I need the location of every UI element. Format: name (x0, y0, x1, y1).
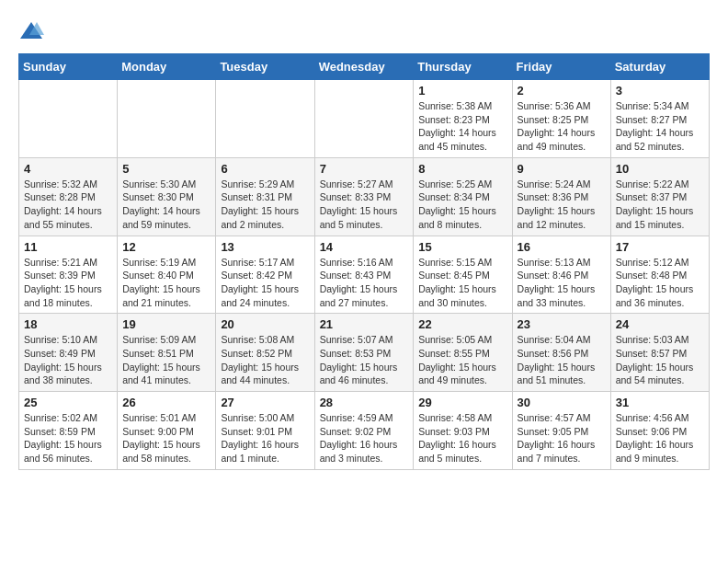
calendar-cell: 16Sunrise: 5:13 AM Sunset: 8:46 PM Dayli… (512, 236, 610, 314)
day-header-saturday: Saturday (610, 54, 709, 80)
calendar-cell: 15Sunrise: 5:15 AM Sunset: 8:45 PM Dayli… (414, 236, 512, 314)
calendar-cell: 2Sunrise: 5:36 AM Sunset: 8:25 PM Daylig… (512, 80, 610, 158)
day-info: Sunrise: 5:00 AM Sunset: 9:01 PM Dayligh… (221, 411, 309, 465)
calendar-cell: 19Sunrise: 5:09 AM Sunset: 8:51 PM Dayli… (118, 314, 216, 392)
day-number: 20 (221, 317, 309, 331)
calendar-cell: 28Sunrise: 4:59 AM Sunset: 9:02 PM Dayli… (314, 392, 414, 470)
day-info: Sunrise: 5:21 AM Sunset: 8:39 PM Dayligh… (24, 256, 112, 310)
logo-icon (18, 18, 44, 44)
day-info: Sunrise: 5:01 AM Sunset: 9:00 PM Dayligh… (122, 411, 210, 465)
day-number: 28 (320, 396, 409, 409)
calendar-week-row: 25Sunrise: 5:02 AM Sunset: 8:59 PM Dayli… (19, 392, 710, 470)
day-info: Sunrise: 5:09 AM Sunset: 8:51 PM Dayligh… (122, 333, 210, 387)
calendar-cell (314, 80, 414, 158)
day-header-sunday: Sunday (19, 54, 118, 80)
calendar-cell: 4Sunrise: 5:32 AM Sunset: 8:28 PM Daylig… (19, 157, 118, 236)
day-number: 14 (320, 240, 409, 254)
calendar-cell: 30Sunrise: 4:57 AM Sunset: 9:05 PM Dayli… (512, 392, 610, 470)
day-number: 24 (616, 317, 704, 331)
calendar-cell: 12Sunrise: 5:19 AM Sunset: 8:40 PM Dayli… (118, 236, 216, 314)
day-number: 25 (24, 396, 112, 409)
calendar-cell: 29Sunrise: 4:58 AM Sunset: 9:03 PM Dayli… (414, 392, 512, 470)
calendar-cell: 7Sunrise: 5:27 AM Sunset: 8:33 PM Daylig… (314, 157, 414, 236)
day-info: Sunrise: 4:58 AM Sunset: 9:03 PM Dayligh… (418, 411, 506, 465)
calendar-header-row: SundayMondayTuesdayWednesdayThursdayFrid… (19, 54, 710, 80)
day-number: 5 (122, 162, 210, 176)
day-info: Sunrise: 5:19 AM Sunset: 8:40 PM Dayligh… (122, 256, 210, 310)
day-number: 22 (418, 317, 506, 331)
calendar-cell: 18Sunrise: 5:10 AM Sunset: 8:49 PM Dayli… (19, 314, 118, 392)
calendar-week-row: 1Sunrise: 5:38 AM Sunset: 8:23 PM Daylig… (19, 80, 710, 158)
day-number: 3 (616, 84, 704, 98)
day-info: Sunrise: 5:30 AM Sunset: 8:30 PM Dayligh… (122, 178, 210, 232)
calendar-cell: 25Sunrise: 5:02 AM Sunset: 8:59 PM Dayli… (19, 392, 118, 470)
calendar-cell: 1Sunrise: 5:38 AM Sunset: 8:23 PM Daylig… (414, 80, 512, 158)
calendar-table: SundayMondayTuesdayWednesdayThursdayFrid… (18, 53, 710, 470)
day-info: Sunrise: 5:03 AM Sunset: 8:57 PM Dayligh… (616, 333, 704, 387)
calendar-cell: 22Sunrise: 5:05 AM Sunset: 8:55 PM Dayli… (414, 314, 512, 392)
calendar-week-row: 18Sunrise: 5:10 AM Sunset: 8:49 PM Dayli… (19, 314, 710, 392)
day-info: Sunrise: 5:32 AM Sunset: 8:28 PM Dayligh… (24, 178, 112, 232)
day-number: 13 (221, 240, 309, 254)
calendar-cell: 17Sunrise: 5:12 AM Sunset: 8:48 PM Dayli… (610, 236, 709, 314)
day-header-tuesday: Tuesday (216, 54, 314, 80)
day-info: Sunrise: 5:16 AM Sunset: 8:43 PM Dayligh… (320, 256, 409, 310)
calendar-cell: 9Sunrise: 5:24 AM Sunset: 8:36 PM Daylig… (512, 157, 610, 236)
day-number: 10 (616, 162, 704, 176)
calendar-cell: 24Sunrise: 5:03 AM Sunset: 8:57 PM Dayli… (610, 314, 709, 392)
day-number: 7 (320, 162, 409, 176)
day-number: 4 (24, 162, 112, 176)
page-header (18, 18, 710, 44)
calendar-cell: 23Sunrise: 5:04 AM Sunset: 8:56 PM Dayli… (512, 314, 610, 392)
day-number: 12 (122, 240, 210, 254)
calendar-cell (118, 80, 216, 158)
calendar-cell: 27Sunrise: 5:00 AM Sunset: 9:01 PM Dayli… (216, 392, 314, 470)
day-number: 15 (418, 240, 506, 254)
day-number: 9 (518, 162, 606, 176)
day-info: Sunrise: 5:38 AM Sunset: 8:23 PM Dayligh… (418, 99, 506, 154)
day-info: Sunrise: 5:02 AM Sunset: 8:59 PM Dayligh… (24, 411, 112, 465)
calendar-week-row: 4Sunrise: 5:32 AM Sunset: 8:28 PM Daylig… (19, 157, 710, 236)
day-info: Sunrise: 5:36 AM Sunset: 8:25 PM Dayligh… (518, 99, 606, 154)
day-number: 1 (418, 84, 506, 98)
calendar-cell: 11Sunrise: 5:21 AM Sunset: 8:39 PM Dayli… (19, 236, 118, 314)
day-header-monday: Monday (118, 54, 216, 80)
calendar-week-row: 11Sunrise: 5:21 AM Sunset: 8:39 PM Dayli… (19, 236, 710, 314)
calendar-cell: 21Sunrise: 5:07 AM Sunset: 8:53 PM Dayli… (314, 314, 414, 392)
day-number: 30 (518, 396, 606, 409)
day-header-wednesday: Wednesday (314, 54, 414, 80)
calendar-cell: 8Sunrise: 5:25 AM Sunset: 8:34 PM Daylig… (414, 157, 512, 236)
calendar-cell: 5Sunrise: 5:30 AM Sunset: 8:30 PM Daylig… (118, 157, 216, 236)
day-number: 21 (320, 317, 409, 331)
day-info: Sunrise: 5:22 AM Sunset: 8:37 PM Dayligh… (616, 178, 704, 232)
day-number: 23 (518, 317, 606, 331)
day-header-thursday: Thursday (414, 54, 512, 80)
day-info: Sunrise: 5:08 AM Sunset: 8:52 PM Dayligh… (221, 333, 309, 387)
day-number: 31 (616, 396, 704, 409)
day-number: 16 (518, 240, 606, 254)
day-info: Sunrise: 5:34 AM Sunset: 8:27 PM Dayligh… (616, 99, 704, 154)
calendar-cell: 31Sunrise: 4:56 AM Sunset: 9:06 PM Dayli… (610, 392, 709, 470)
day-number: 19 (122, 317, 210, 331)
day-number: 2 (518, 84, 606, 98)
day-number: 18 (24, 317, 112, 331)
day-info: Sunrise: 5:29 AM Sunset: 8:31 PM Dayligh… (221, 178, 309, 232)
day-number: 17 (616, 240, 704, 254)
day-info: Sunrise: 4:59 AM Sunset: 9:02 PM Dayligh… (320, 411, 409, 465)
day-info: Sunrise: 5:17 AM Sunset: 8:42 PM Dayligh… (221, 256, 309, 310)
day-number: 6 (221, 162, 309, 176)
calendar-cell: 10Sunrise: 5:22 AM Sunset: 8:37 PM Dayli… (610, 157, 709, 236)
day-number: 11 (24, 240, 112, 254)
day-info: Sunrise: 5:12 AM Sunset: 8:48 PM Dayligh… (616, 256, 704, 310)
logo (18, 18, 48, 44)
day-info: Sunrise: 5:07 AM Sunset: 8:53 PM Dayligh… (320, 333, 409, 387)
day-info: Sunrise: 4:57 AM Sunset: 9:05 PM Dayligh… (518, 411, 606, 465)
day-header-friday: Friday (512, 54, 610, 80)
day-number: 8 (418, 162, 506, 176)
calendar-cell (216, 80, 314, 158)
calendar-cell: 3Sunrise: 5:34 AM Sunset: 8:27 PM Daylig… (610, 80, 709, 158)
day-info: Sunrise: 5:04 AM Sunset: 8:56 PM Dayligh… (518, 333, 606, 387)
day-info: Sunrise: 5:10 AM Sunset: 8:49 PM Dayligh… (24, 333, 112, 387)
calendar-cell: 26Sunrise: 5:01 AM Sunset: 9:00 PM Dayli… (118, 392, 216, 470)
day-info: Sunrise: 5:27 AM Sunset: 8:33 PM Dayligh… (320, 178, 409, 232)
